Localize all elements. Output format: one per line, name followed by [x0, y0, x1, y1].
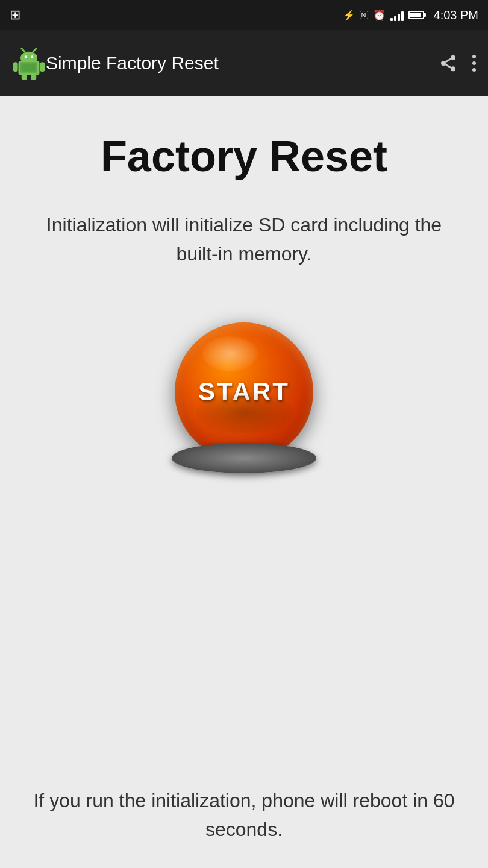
- start-button[interactable]: START: [175, 322, 313, 461]
- nfc-icon: N: [360, 11, 368, 19]
- description-text: Initialization will initialize SD card i…: [33, 210, 455, 268]
- svg-line-16: [445, 59, 451, 62]
- status-time: 4:03 PM: [434, 8, 478, 22]
- more-options-icon[interactable]: [472, 55, 476, 72]
- footer-text: If you run the initialization, phone wil…: [33, 786, 455, 844]
- main-content: Factory Reset Initialization will initia…: [0, 96, 488, 868]
- svg-line-5: [33, 49, 36, 52]
- svg-line-4: [22, 49, 25, 52]
- svg-point-14: [451, 66, 455, 71]
- share-icon[interactable]: [439, 54, 458, 73]
- bluetooth-icon: ⚡: [343, 10, 355, 21]
- app-bar-title: Simple Factory Reset: [46, 53, 439, 74]
- launcher-icon: ⊞: [10, 7, 20, 23]
- alarm-icon: ⏰: [373, 9, 386, 22]
- app-bar-actions: [439, 54, 476, 73]
- start-button-label: START: [198, 377, 290, 406]
- svg-rect-11: [23, 64, 36, 71]
- app-bar: Simple Factory Reset: [0, 30, 488, 96]
- status-bar: ⊞ ⚡ N ⏰ 4:03 PM: [0, 0, 488, 30]
- svg-rect-9: [31, 74, 37, 81]
- status-bar-left: ⊞: [10, 7, 20, 23]
- status-bar-right: ⚡ N ⏰ 4:03 PM: [343, 8, 478, 22]
- signal-bars-icon: [390, 9, 404, 21]
- svg-rect-7: [40, 62, 45, 72]
- start-button-container[interactable]: START: [166, 316, 322, 473]
- battery-icon: [408, 11, 424, 19]
- start-button-base: [172, 443, 316, 473]
- svg-point-13: [441, 61, 446, 66]
- page-title: Factory Reset: [101, 133, 387, 180]
- svg-point-12: [451, 55, 455, 60]
- svg-point-2: [25, 55, 27, 58]
- svg-line-15: [445, 64, 451, 68]
- svg-point-3: [31, 55, 33, 58]
- svg-rect-8: [22, 74, 27, 81]
- svg-rect-6: [13, 62, 18, 72]
- android-app-icon: [12, 46, 46, 80]
